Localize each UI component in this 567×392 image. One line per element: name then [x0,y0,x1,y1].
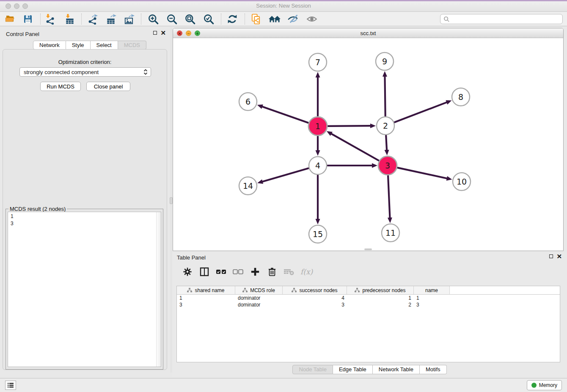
table-cell[interactable]: 3 [283,301,347,308]
edge-2-9[interactable] [385,76,385,116]
column-header-successor-nodes[interactable]: successor nodes [283,286,347,294]
search-input[interactable] [451,16,562,22]
edge-3-10[interactable] [397,168,447,179]
function-builder-icon: f(x) [300,268,313,276]
zoom-out-icon[interactable] [165,13,179,25]
network-window-titlebar[interactable]: ✕ – + scc.txt [173,28,563,38]
titlebar: Session: New Session [0,0,567,12]
select-all-columns-icon[interactable] [216,266,227,277]
close-panel-button[interactable]: Close panel [86,82,130,91]
table-cell[interactable]: 1 [414,295,450,301]
splitter-grip[interactable] [170,197,173,204]
hide-graphics-details-icon[interactable] [305,13,319,25]
table-cell[interactable]: 4 [283,295,347,301]
memory-label: Memory [539,382,557,388]
column-header-shared-name[interactable]: shared name [177,286,235,294]
first-neighbors-icon[interactable] [267,13,282,25]
mcds-result-group: MCDS result (2 nodes) 1 3 [6,209,163,370]
task-history-button[interactable] [5,381,16,390]
table-row[interactable]: 1dominator411 [177,295,560,301]
node-label-3: 3 [385,161,390,170]
node-label-4: 4 [315,161,320,170]
edge-2-8[interactable] [394,102,447,122]
mcds-panel: Optimization criterion: strongly connect… [3,49,167,370]
zoom-selected-icon[interactable] [201,13,216,25]
mcds-result-title: MCDS result (2 nodes) [8,206,67,212]
table-cell[interactable]: dominator [235,295,283,301]
export-network-icon[interactable] [85,13,99,25]
toolbar-separator [221,14,221,25]
create-column-icon[interactable] [250,266,261,277]
dropdown-stepper-icon [143,69,149,75]
edge-1-2[interactable] [328,126,371,126]
column-layout-icon[interactable] [199,266,210,277]
open-session-icon[interactable] [3,13,17,25]
table-cell[interactable]: 2 [347,301,414,308]
table-settings-gear-icon[interactable] [182,266,193,277]
edge-2-3[interactable] [386,135,387,151]
control-panel: Control Panel ✕ NetworkStyleSelectMCDS O… [0,27,170,373]
table-row[interactable]: 3dominator323 [177,301,560,308]
edge-4-14[interactable] [262,168,308,182]
canvas-scrollbar-thumb[interactable] [364,248,372,250]
save-session-icon[interactable] [21,13,35,25]
tab-edge-table[interactable]: Edge Table [333,365,373,374]
table-toolbar: f(x) [176,263,563,280]
table-cell[interactable]: 3 [414,301,450,308]
network-graph[interactable]: 7968124314101511 [173,39,563,251]
edge-3-11[interactable] [388,176,390,218]
import-network-icon[interactable] [43,13,57,25]
delete-table-icon [284,266,295,277]
export-image-icon[interactable] [122,13,136,25]
arrowhead-3-11 [388,218,392,223]
export-table-icon[interactable] [104,13,118,25]
tab-select[interactable]: Select [91,41,118,50]
close-table-panel-icon[interactable]: ✕ [556,254,562,258]
close-panel-icon[interactable]: ✕ [160,31,166,35]
zoom-in-icon[interactable] [146,13,160,25]
delete-column-trash-icon[interactable] [267,266,278,277]
table-cell[interactable]: 1 [347,295,414,301]
clone-network-icon[interactable] [249,13,263,25]
network-canvas[interactable]: 7968124314101511 [173,39,563,251]
edge-3-1[interactable] [330,133,379,160]
node-table[interactable]: shared nameMCDS rolesuccessor nodesprede… [176,286,560,362]
tab-motifs[interactable]: Motifs [420,365,447,374]
table-cell[interactable]: 3 [177,301,235,308]
result-scrollbar[interactable] [156,212,161,367]
column-header-name[interactable]: name [414,286,450,294]
list-icon [7,382,14,388]
tab-network-table[interactable]: Network Table [373,365,420,374]
node-label-15: 15 [313,229,323,239]
toolbar-separator [245,14,245,25]
deselect-all-columns-icon[interactable] [233,266,244,277]
column-header-predecessor-nodes[interactable]: predecessor nodes [347,286,414,294]
criterion-dropdown[interactable]: strongly connected component [19,67,151,77]
node-label-7: 7 [315,58,320,67]
table-panel-title: Table Panel [177,254,206,261]
float-panel-icon[interactable] [153,31,157,35]
zoom-fit-icon[interactable] [183,13,197,25]
run-mcds-button[interactable]: Run MCDS [40,82,81,91]
criterion-value: strongly connected component [20,69,143,75]
node-label-1: 1 [315,121,320,131]
node-label-9: 9 [382,57,387,66]
edge-1-6[interactable] [261,106,308,123]
float-table-panel-icon[interactable] [549,254,553,258]
memory-button[interactable]: Memory [527,380,562,390]
column-header-MCDS-role[interactable]: MCDS role [235,286,283,294]
arrowhead-2-9 [383,71,387,77]
table-cell[interactable]: 1 [177,295,235,301]
import-table-icon[interactable] [63,13,77,25]
table-cell[interactable]: dominator [235,301,283,308]
search-field[interactable] [440,14,563,24]
show-graphics-details-icon[interactable] [286,13,300,25]
mcds-result-area[interactable]: 1 3 [8,212,161,367]
tab-mcds[interactable]: MCDS [118,41,146,50]
tab-network[interactable]: Network [33,41,66,50]
network-window-title: scc.txt [173,30,563,36]
refresh-view-icon[interactable] [225,13,239,25]
tab-node-table[interactable]: Node Table [292,365,333,374]
tab-style[interactable]: Style [66,41,91,50]
optimization-criterion-label: Optimization criterion: [3,59,167,65]
